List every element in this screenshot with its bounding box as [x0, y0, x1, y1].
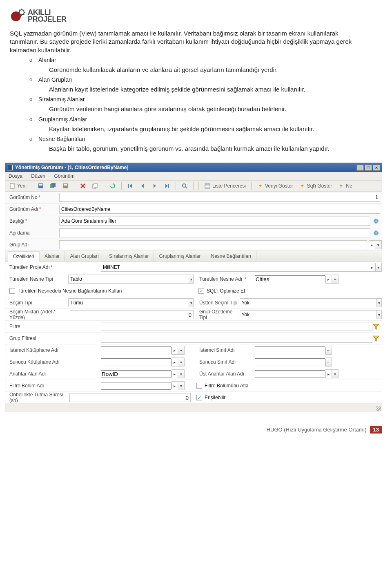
lookup-button[interactable]	[172, 358, 178, 367]
search-button[interactable]	[179, 181, 190, 190]
filtre-bolumunu-atla-checkbox[interactable]	[196, 383, 202, 389]
last-button[interactable]	[162, 181, 172, 190]
lightning-icon	[338, 183, 344, 189]
dropdown-button[interactable]	[178, 358, 185, 367]
lookup-button[interactable]	[172, 381, 178, 390]
erisilebilir-checkbox[interactable]	[196, 395, 202, 400]
close-button[interactable]: ×	[373, 165, 380, 171]
filter-icon[interactable]	[372, 334, 380, 342]
maximize-button[interactable]: □	[365, 165, 372, 171]
save-all-button[interactable]	[48, 181, 58, 190]
istemci-kutuphane-adi-input[interactable]	[101, 346, 172, 354]
tab-ozellikleri[interactable]: Özellikleri	[8, 251, 40, 262]
save-as-button[interactable]	[60, 181, 71, 190]
secim-miktari-input[interactable]	[70, 310, 194, 319]
bullet-alan-gruplari: Alan Grupları	[38, 76, 72, 83]
dropdown-button[interactable]	[178, 346, 185, 355]
dropdown-button[interactable]	[178, 369, 185, 378]
minimize-button[interactable]: _	[356, 165, 364, 171]
footer-text: HUGO (Hızlı Uygulama Geliştirme Ortamı)	[267, 427, 367, 433]
filtre-input[interactable]	[101, 322, 372, 331]
delete-button[interactable]	[78, 181, 88, 190]
kullan-label: Türetilen Nesnedeki Nesne Bağlantılarını…	[18, 288, 122, 294]
ellipsis-button[interactable]: ⋯	[325, 346, 332, 355]
resize-grip-icon[interactable]	[376, 406, 381, 411]
copy-button[interactable]	[90, 181, 100, 190]
istemci-sinif-adi-input[interactable]	[255, 346, 325, 354]
turetilen-nesne-adi-input[interactable]	[255, 275, 325, 283]
onbellek-input[interactable]	[69, 393, 191, 402]
gorunum-no-input[interactable]	[59, 193, 380, 202]
menu-gorunum[interactable]: Görünüm	[54, 173, 74, 179]
menu-duzen[interactable]: Düzen	[31, 173, 45, 179]
tab-alanlar[interactable]: Alanlar	[40, 251, 65, 261]
lookup-button[interactable]	[172, 369, 178, 378]
sql-optimize-label: SQL'i Optimize Et	[207, 288, 245, 294]
list-icon	[204, 183, 211, 189]
dropdown-button[interactable]	[376, 263, 382, 272]
save-all-icon	[50, 183, 56, 189]
globe-icon[interactable]	[372, 229, 380, 237]
save-button[interactable]	[36, 181, 46, 190]
ellipsis-button[interactable]: ⋯	[325, 358, 332, 367]
dropdown-button[interactable]	[377, 310, 382, 319]
gorunum-no-label: Görünüm No	[9, 194, 38, 200]
globe-icon[interactable]	[372, 217, 380, 225]
dropdown-button[interactable]	[189, 298, 194, 307]
basligi-input[interactable]	[59, 217, 370, 226]
dropdown-button[interactable]	[375, 240, 382, 249]
lookup-button[interactable]	[369, 240, 375, 249]
refresh-button[interactable]	[107, 181, 118, 190]
lookup-button[interactable]	[369, 263, 375, 272]
ust-anahtar-alan-adi-input[interactable]	[255, 370, 325, 378]
bullet-list: oAlanlar	[29, 57, 382, 63]
grup-filtresi-input[interactable]	[101, 334, 372, 343]
next-button[interactable]	[149, 181, 160, 190]
tab-gruplanmis-alanlar[interactable]: Gruplanmış Alanlar	[154, 251, 206, 261]
gorunum-adi-input[interactable]	[59, 205, 380, 214]
filter-icon[interactable]	[372, 322, 380, 331]
turetilen-nesne-tipi-select[interactable]	[68, 275, 189, 284]
copy-icon	[92, 183, 98, 189]
next-icon	[151, 183, 158, 189]
svg-rect-7	[51, 183, 56, 187]
ustten-secim-tipi-select[interactable]	[240, 298, 377, 307]
tab-alan-gruplari[interactable]: Alan Grupları	[65, 251, 104, 261]
list-window-button[interactable]: Liste Penceresi	[202, 181, 248, 190]
tab-siralanmis-alanlar[interactable]: Sıralanmış Alanlar	[104, 251, 154, 261]
kullan-checkbox[interactable]	[9, 288, 15, 294]
lookup-button[interactable]	[172, 346, 178, 355]
menu-dosya[interactable]: Dosya	[9, 173, 22, 179]
svg-marker-15	[154, 184, 156, 188]
lookup-button[interactable]	[325, 369, 332, 378]
filtre-bolum-adi-input[interactable]	[101, 382, 172, 390]
first-button[interactable]	[125, 181, 136, 190]
prev-button[interactable]	[137, 181, 148, 190]
svg-marker-13	[129, 184, 132, 188]
dropdown-button[interactable]	[332, 369, 339, 378]
sql-optimize-checkbox[interactable]	[198, 288, 204, 294]
grup-ozetleme-tipi-select[interactable]	[240, 310, 377, 319]
sunucu-sinif-adi-input[interactable]	[255, 358, 325, 366]
svg-rect-9	[64, 184, 67, 186]
erisilebilir-label: Erişilebilir	[205, 395, 225, 400]
aciklama-input[interactable]	[59, 228, 370, 237]
bullet-gruplanmis: Gruplanmış Alanlar	[38, 116, 87, 123]
turetilen-proje-adi-input[interactable]	[101, 263, 369, 272]
grup-adi-input[interactable]	[59, 240, 367, 249]
dropdown-button[interactable]	[377, 298, 382, 307]
secim-tipi-select[interactable]	[68, 298, 189, 307]
svg-marker-25	[374, 336, 379, 341]
sunucu-kutuphane-adi-input[interactable]	[101, 358, 172, 366]
ne-button[interactable]: Ne	[336, 181, 354, 190]
dropdown-button[interactable]	[189, 275, 194, 284]
show-sql-button[interactable]: Sql'i Göster	[297, 181, 334, 190]
dropdown-button[interactable]	[332, 275, 339, 284]
anahtar-alan-adi-input[interactable]	[101, 370, 172, 378]
new-button[interactable]: Yeni	[7, 181, 29, 190]
lookup-button[interactable]	[325, 275, 332, 284]
brain-gear-icon	[10, 8, 25, 24]
dropdown-button[interactable]	[178, 381, 185, 390]
show-data-button[interactable]: Veriyi Göster	[255, 181, 295, 190]
tab-nesne-baglantilari[interactable]: Nesne Bağlantıları	[206, 251, 257, 261]
